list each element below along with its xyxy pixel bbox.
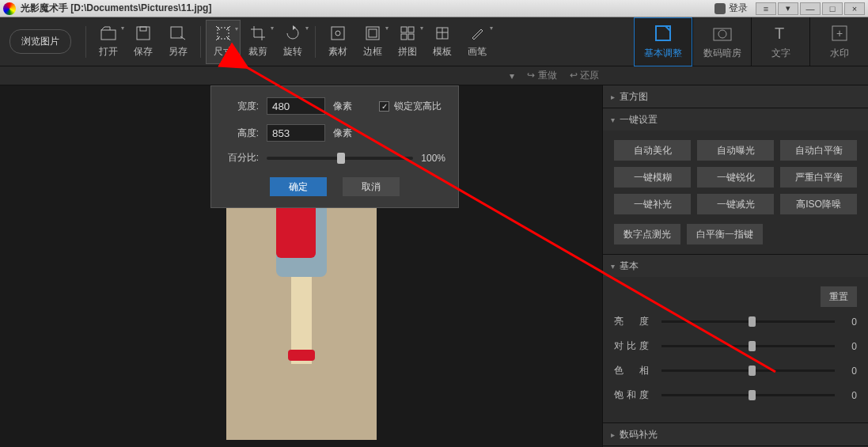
chevron-down-icon: ▾ [305, 25, 309, 32]
auto-beautify-button[interactable]: 自动美化 [614, 140, 691, 161]
percent-value: 100% [421, 153, 445, 164]
open-icon [100, 25, 117, 42]
reset-button[interactable]: 重置 [821, 286, 857, 307]
svg-rect-0 [101, 30, 116, 40]
material-icon [329, 25, 347, 42]
save-as-icon [169, 25, 187, 42]
oneclick-header[interactable]: ▾ 一键设置 [603, 108, 868, 131]
hue-slider-row: 色 相 0 [614, 364, 857, 377]
tab-basic-adjust[interactable]: 基本调整 [634, 17, 692, 66]
height-unit[interactable]: 像素 [333, 127, 357, 140]
brightness-slider[interactable] [661, 320, 835, 323]
title-bar: 光影魔术手 [D:\Documents\Pictures\11.jpg] 登录 … [0, 0, 868, 17]
login-button[interactable]: 登录 [714, 2, 748, 15]
chevron-down-icon: ▾ [271, 25, 274, 32]
slider-thumb[interactable] [337, 153, 345, 164]
basic-header[interactable]: ▾ 基本 [603, 255, 868, 277]
template-button[interactable]: 模板 [425, 20, 460, 64]
slider-thumb[interactable] [749, 341, 756, 351]
file-path: [D:\Documents\Pictures\11.jpg] [70, 2, 211, 13]
save-icon [135, 25, 152, 42]
lock-ratio-checkbox[interactable]: ✓ 锁定宽高比 [379, 100, 442, 113]
width-input[interactable] [267, 97, 325, 115]
height-input[interactable] [267, 124, 325, 142]
contrast-slider-row: 对比度 0 [614, 339, 857, 353]
browse-images-button[interactable]: 浏览图片 [9, 29, 71, 54]
svg-point-16 [718, 30, 726, 38]
redo-button[interactable]: ↪ 重做 [527, 69, 556, 82]
svg-text:T: T [775, 25, 784, 42]
right-tabs: 基本调整 数码暗房 T 文字 + 水印 [634, 17, 868, 66]
auto-exposure-button[interactable]: 自动曝光 [697, 140, 774, 161]
right-panel: ▸ 直方图 ▾ 一键设置 自动美化 自动曝光 自动白平衡 一键模糊 一键锐化 严… [602, 85, 868, 447]
saturation-slider[interactable] [661, 394, 835, 396]
svg-rect-2 [140, 27, 146, 31]
digital-fill-header[interactable]: ▸ 数码补光 [603, 423, 868, 445]
collage-button[interactable]: ▾ 拼图 [390, 20, 425, 64]
percent-slider[interactable] [267, 157, 413, 160]
width-label: 宽度: [224, 100, 259, 113]
auto-wb-button[interactable]: 自动白平衡 [780, 140, 857, 161]
cancel-button[interactable]: 取消 [343, 177, 400, 196]
material-button[interactable]: 素材 [320, 20, 355, 64]
blur-button[interactable]: 一键模糊 [614, 167, 691, 188]
tab-watermark[interactable]: + 水印 [809, 17, 868, 66]
tab-darkroom[interactable]: 数码暗房 [692, 17, 751, 66]
window-title: 光影魔术手 [D:\Documents\Pictures\11.jpg] [21, 2, 714, 15]
ok-button[interactable]: 确定 [270, 177, 327, 196]
open-button[interactable]: ▾ 打开 [91, 20, 126, 64]
histogram-header[interactable]: ▸ 直方图 [603, 85, 868, 108]
contrast-slider[interactable] [661, 345, 835, 347]
canvas-area[interactable]: 宽度: 像素 ✓ 锁定宽高比 高度: 像素 百分比: 100% [0, 85, 602, 447]
chevron-down-icon: ▾ [235, 25, 238, 32]
svg-rect-7 [366, 27, 379, 40]
slider-thumb[interactable] [749, 390, 756, 400]
iso-noise-button[interactable]: 高ISO降噪 [780, 194, 857, 214]
reduce-light-button[interactable]: 一键减光 [697, 194, 774, 214]
svg-rect-3 [171, 27, 182, 38]
svg-text:+: + [836, 27, 843, 40]
slider-thumb[interactable] [749, 316, 756, 327]
maximize-button[interactable]: □ [822, 2, 843, 15]
spot-meter-button[interactable]: 数字点测光 [614, 224, 680, 244]
svg-rect-5 [332, 27, 344, 40]
brush-button[interactable]: ▾ 画笔 [460, 20, 495, 64]
chevron-down-icon: ▾ [420, 25, 423, 32]
main-toolbar: 浏览图片 ▾ 打开 保存 另存 ▾ 尺寸 ▾ 裁剪 ▾ 旋转 素材 ▾ 边框 ▾ [0, 17, 868, 66]
crop-button[interactable]: ▾ 裁剪 [241, 20, 275, 64]
chevron-down-icon: ▾ [611, 262, 615, 271]
heavy-wb-button[interactable]: 严重白平衡 [780, 167, 857, 188]
hue-slider[interactable] [661, 369, 835, 372]
minimize-button[interactable]: — [800, 2, 821, 15]
border-button[interactable]: ▾ 边框 [355, 20, 390, 64]
checkbox-icon: ✓ [379, 101, 389, 112]
slider-thumb[interactable] [749, 366, 756, 376]
face-icon [714, 3, 726, 14]
width-unit[interactable]: 像素 [333, 100, 357, 113]
login-label: 登录 [729, 2, 748, 15]
save-button[interactable]: 保存 [126, 20, 161, 64]
svg-rect-9 [401, 27, 407, 32]
fill-light-button[interactable]: 一键补光 [614, 194, 691, 214]
wb-onekey-button[interactable]: 白平衡一指键 [687, 224, 763, 244]
height-label: 高度: [224, 127, 259, 140]
save-as-button[interactable]: 另存 [161, 20, 195, 64]
size-button[interactable]: ▾ 尺寸 [206, 20, 241, 64]
settings-window-button[interactable]: ≡ [756, 2, 776, 15]
undo-button[interactable]: ↩ 还原 [570, 69, 599, 82]
chevron-down-icon: ▾ [490, 25, 493, 32]
app-logo-icon [3, 2, 16, 15]
saturation-slider-row: 饱和度 0 [614, 388, 857, 402]
chevron-right-icon: ▸ [611, 430, 615, 439]
template-icon [434, 25, 451, 42]
svg-rect-8 [369, 29, 377, 37]
rotate-button[interactable]: ▾ 旋转 [275, 20, 310, 64]
dropdown-icon[interactable]: ▾ [510, 70, 514, 81]
tab-text[interactable]: T 文字 [751, 17, 809, 66]
crop-icon [249, 25, 267, 42]
collage-icon [399, 25, 416, 42]
sharpen-button[interactable]: 一键锐化 [697, 167, 774, 188]
dropdown-window-button[interactable]: ▾ [778, 2, 798, 15]
svg-rect-10 [408, 27, 414, 32]
close-button[interactable]: × [844, 2, 865, 15]
